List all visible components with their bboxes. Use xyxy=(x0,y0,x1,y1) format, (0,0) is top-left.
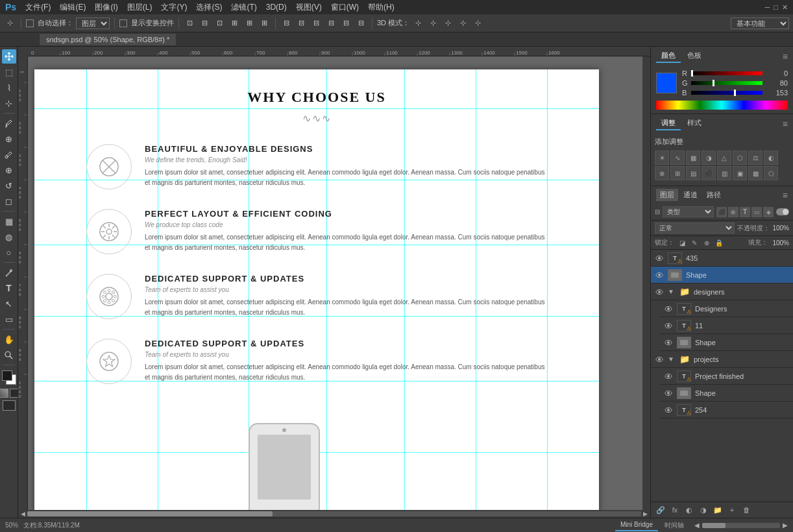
adj-gradient-icon[interactable]: ▦ xyxy=(748,166,762,180)
tab-timeline[interactable]: 时间轴 xyxy=(659,520,689,531)
dodge-tool[interactable]: ○ xyxy=(2,245,16,260)
document-tab[interactable]: sndsgn.psd @ 50% (Shape, RGB/8#) * xyxy=(39,33,177,45)
auto-select-checkbox[interactable] xyxy=(26,19,34,27)
scroll-next-btn[interactable]: ▶ xyxy=(643,511,648,517)
adj-threshold-icon[interactable]: ▣ xyxy=(733,166,747,180)
layer-eye-435[interactable] xyxy=(655,254,664,263)
menu-window[interactable]: 窗口(W) xyxy=(327,1,363,14)
clone-stamp-tool[interactable]: ⊕ xyxy=(2,163,16,177)
filter-shape-btn[interactable]: ▭ xyxy=(751,207,762,217)
color-spectrum[interactable] xyxy=(656,101,788,110)
tab-paths[interactable]: 路径 xyxy=(703,189,725,201)
filter-type-btn[interactable]: T xyxy=(740,207,750,217)
scroll-thumb[interactable] xyxy=(27,511,273,516)
menu-view[interactable]: 视图(V) xyxy=(292,1,326,14)
layer-item-435[interactable]: T ⚠ 435 xyxy=(651,250,793,267)
adj-vibrance-icon[interactable]: △ xyxy=(717,151,731,165)
close-btn[interactable]: ✕ xyxy=(782,3,788,12)
layer-item-project-finished[interactable]: T ⚠ Project finished xyxy=(660,368,793,385)
menu-image[interactable]: 图像(I) xyxy=(91,1,121,14)
adj-exposure-icon[interactable]: ◑ xyxy=(702,151,716,165)
color-panel-options[interactable]: ≡ xyxy=(783,51,788,62)
menu-type[interactable]: 文字(Y) xyxy=(157,1,191,14)
menu-select[interactable]: 选择(S) xyxy=(192,1,226,14)
tab-layers[interactable]: 图层 xyxy=(656,189,678,201)
layer-group-designers[interactable]: ▼ 📁 designers xyxy=(651,284,793,300)
type-filter-select[interactable]: 类型 xyxy=(663,206,714,217)
layers-panel-options[interactable]: ≡ xyxy=(783,190,788,200)
group-arrow-designers[interactable]: ▼ xyxy=(668,288,674,295)
layer-eye-shape-top[interactable] xyxy=(655,271,664,280)
eraser-tool[interactable]: ◻ xyxy=(2,194,16,208)
scroll-right-btn[interactable]: ▶ xyxy=(783,522,788,529)
color-preview-swatch[interactable] xyxy=(656,73,677,93)
adj-brightness-icon[interactable]: ☀ xyxy=(655,151,669,165)
menu-edit[interactable]: 编辑(E) xyxy=(56,1,90,14)
quick-mask-btn[interactable] xyxy=(0,389,8,398)
adj-panel-options[interactable]: ≡ xyxy=(783,119,788,129)
lock-position-btn[interactable]: ⊕ xyxy=(702,237,712,248)
screen-mode-btn[interactable] xyxy=(3,400,16,411)
layer-item-designers-text[interactable]: T ⚠ Designers xyxy=(660,300,793,317)
filter-adjust-btn[interactable]: ⊕ xyxy=(728,207,738,217)
tab-styles[interactable]: 样式 xyxy=(682,117,707,130)
filter-smart-btn[interactable]: ◈ xyxy=(763,207,774,217)
distribute-left-btn[interactable]: ⊟ xyxy=(280,18,293,29)
blend-mode-select[interactable]: 正常 xyxy=(655,223,735,234)
layer-adjustment-btn[interactable]: ◑ xyxy=(698,504,709,516)
adj-colorlookup-icon[interactable]: ▤ xyxy=(686,166,700,180)
align-top-btn[interactable]: ⊞ xyxy=(228,18,241,29)
align-center-v-btn[interactable]: ⊞ xyxy=(243,18,256,29)
standard-mode-btn[interactable] xyxy=(10,389,19,398)
layer-item-shape-top[interactable]: Shape xyxy=(651,267,793,284)
layer-style-btn[interactable]: fx xyxy=(669,504,681,516)
3d-btn4[interactable]: ⊹ xyxy=(457,18,469,29)
layer-link-btn[interactable]: 🔗 xyxy=(655,504,666,516)
lock-all-btn[interactable]: 🔒 xyxy=(714,237,724,248)
layer-new-btn[interactable]: + xyxy=(726,504,738,516)
layer-eye-designers[interactable] xyxy=(655,287,664,296)
distribute-bottom-btn[interactable]: ⊟ xyxy=(355,18,367,29)
workspace-dropdown[interactable]: 基本功能 xyxy=(731,18,789,29)
scroll-track[interactable] xyxy=(27,511,641,516)
adj-photofilter-icon[interactable]: ⊕ xyxy=(655,166,669,180)
layer-eye-designers-text[interactable] xyxy=(664,304,673,313)
layer-eye-254[interactable] xyxy=(664,405,673,415)
group-arrow-projects[interactable]: ▼ xyxy=(668,356,674,363)
layer-eye-shape-designers[interactable] xyxy=(664,338,673,347)
align-right-btn[interactable]: ⊡ xyxy=(214,18,226,29)
adj-channelmixer-icon[interactable]: ⊞ xyxy=(670,166,685,180)
menu-file[interactable]: 文件(F) xyxy=(21,1,55,14)
lock-paint-btn[interactable]: ✎ xyxy=(689,237,700,248)
menu-filter[interactable]: 滤镜(T) xyxy=(227,1,260,14)
move-tool-btn[interactable]: ⊹ xyxy=(4,18,16,29)
tab-mini-bridge[interactable]: Mini Bridge xyxy=(615,520,658,531)
adj-hsl-icon[interactable]: ⬡ xyxy=(733,151,747,165)
foreground-color-swatch[interactable] xyxy=(2,370,12,381)
hand-tool[interactable]: ✋ xyxy=(2,332,16,346)
lock-transparent-btn[interactable]: ◪ xyxy=(677,237,687,248)
healing-brush-tool[interactable]: ⊕ xyxy=(2,132,16,146)
gradient-tool[interactable]: ▦ xyxy=(2,214,16,228)
tab-swatches[interactable]: 色板 xyxy=(682,49,707,63)
3d-btn5[interactable]: ⊹ xyxy=(472,18,484,29)
3d-btn3[interactable]: ⊹ xyxy=(442,18,454,29)
layer-eye-11[interactable] xyxy=(664,321,673,330)
adj-selectivecolor-icon[interactable]: ⬠ xyxy=(764,166,778,180)
path-select-tool[interactable]: ↖ xyxy=(2,296,16,311)
lasso-tool[interactable]: ⌇ xyxy=(2,80,16,95)
blur-tool[interactable]: ◍ xyxy=(2,230,16,244)
tab-color[interactable]: 颜色 xyxy=(656,49,681,63)
adj-levels-icon[interactable]: ▦ xyxy=(686,151,700,165)
distribute-center-h-btn[interactable]: ⊟ xyxy=(295,18,308,29)
tab-channels[interactable]: 通道 xyxy=(679,189,702,201)
distribute-right-btn[interactable]: ⊟ xyxy=(310,18,323,29)
layer-mask-btn[interactable]: ◐ xyxy=(683,504,695,516)
adj-invert-icon[interactable]: ⬛ xyxy=(702,166,716,180)
adj-curves-icon[interactable]: ∿ xyxy=(670,151,685,165)
align-bottom-btn[interactable]: ⊞ xyxy=(258,18,271,29)
layer-group-btn[interactable]: 📁 xyxy=(712,504,724,516)
filter-toggle[interactable] xyxy=(776,208,789,215)
shape-tool[interactable]: ▭ xyxy=(2,312,16,326)
tab-adjustments[interactable]: 调整 xyxy=(656,117,681,130)
